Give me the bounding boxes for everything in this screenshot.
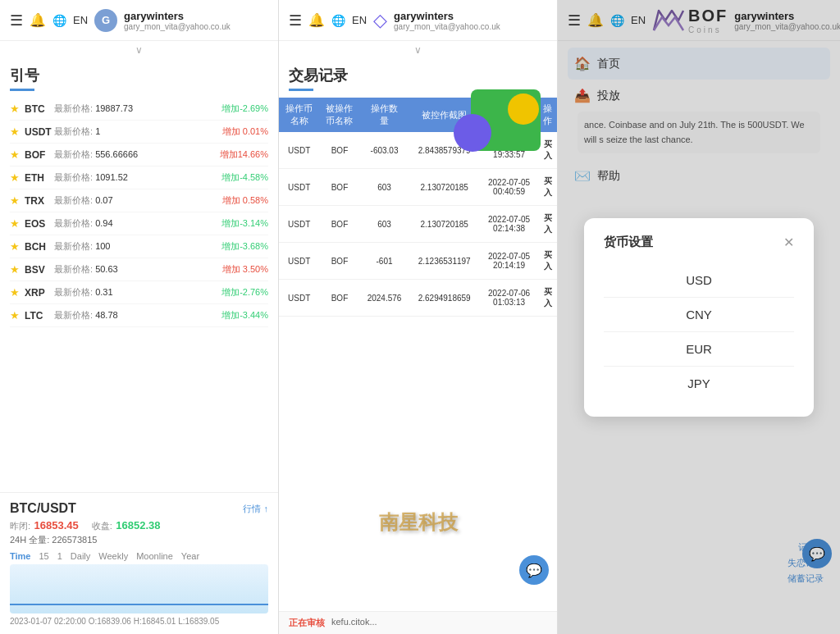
quote-name: EOS bbox=[25, 218, 54, 230]
time-tab[interactable]: Weekly bbox=[98, 551, 128, 561]
notice-text: kefu.citok... bbox=[331, 617, 377, 629]
chart-placeholder bbox=[10, 564, 268, 613]
trade-target-coin: BOF bbox=[319, 280, 359, 317]
close-value: 16852.38 bbox=[116, 519, 160, 531]
market-tag[interactable]: 行情 ↑ bbox=[243, 503, 268, 515]
quote-row[interactable]: ★ BTC 最新价格: 19887.73 增加-2.69% bbox=[10, 98, 268, 121]
quotes-panel: ☰ 🔔 🌐 EN G garywinters gary_mon_vita@yah… bbox=[0, 0, 279, 634]
trade-time: 2022-07-05 20:14:19 bbox=[480, 243, 538, 280]
quote-name: TRX bbox=[25, 195, 54, 207]
globe-icon[interactable]: 🌐 bbox=[52, 14, 66, 27]
quotes-list: ∨ 引号 ★ BTC 最新价格: 19887.73 增加-2.69% ★ USD… bbox=[0, 41, 278, 492]
quote-row[interactable]: ★ BOF 最新价格: 556.66666 增加14.66% bbox=[10, 144, 268, 166]
user-email: gary_mon_vita@yahoo.co.uk bbox=[124, 22, 231, 31]
table-row[interactable]: USDT BOF -601 2.1236531197 2022-07-05 20… bbox=[279, 243, 557, 280]
panel2-chevron: ∨ bbox=[279, 41, 557, 59]
panel2-chat-fab[interactable]: 💬 bbox=[519, 555, 549, 585]
panel2-globe-icon[interactable]: 🌐 bbox=[331, 14, 345, 27]
star-icon: ★ bbox=[10, 309, 20, 322]
close-label: 收盘: bbox=[92, 521, 112, 531]
time-tab[interactable]: Year bbox=[181, 551, 199, 561]
modal-overlay[interactable]: 货币设置 ✕ USD CNY EUR JPY bbox=[558, 0, 840, 634]
star-icon: ★ bbox=[10, 217, 20, 230]
panel2-email: gary_mon_vita@yahoo.co.uk bbox=[394, 22, 500, 31]
trading-pair: BTC/USDT bbox=[10, 501, 76, 516]
bell-icon[interactable]: 🔔 bbox=[30, 12, 46, 28]
star-icon: ★ bbox=[10, 286, 20, 299]
trade-amount: 603 bbox=[360, 169, 409, 206]
panel2-menu-icon[interactable]: ☰ bbox=[289, 11, 302, 30]
trade-screenshot: 2.1236531197 bbox=[409, 243, 480, 280]
currency-option-usd[interactable]: USD bbox=[604, 263, 794, 298]
star-icon: ★ bbox=[10, 263, 20, 276]
col-header-amount: 操作数量 bbox=[360, 98, 409, 132]
currency-modal: 货币设置 ✕ USD CNY EUR JPY bbox=[584, 218, 814, 417]
quote-row[interactable]: ★ ETH 最新价格: 1091.52 增加-4.58% bbox=[10, 166, 268, 189]
trade-time: 2022-07-05 02:14:38 bbox=[480, 206, 538, 243]
volume-row: 24H 全量: 226573815 bbox=[10, 534, 268, 546]
language-selector[interactable]: EN bbox=[73, 14, 88, 26]
chevron-down-icon: ∨ bbox=[10, 41, 268, 59]
quote-name: LTC bbox=[25, 310, 54, 322]
table-row[interactable]: USDT BOF 2024.576 2.6294918659 2022-07-0… bbox=[279, 280, 557, 317]
modal-title: 货币设置 bbox=[604, 235, 653, 250]
open-value: 16853.45 bbox=[34, 519, 79, 531]
panel2-language[interactable]: EN bbox=[352, 14, 367, 26]
quote-change: 增加-2.69% bbox=[221, 103, 268, 115]
currency-option-jpy[interactable]: JPY bbox=[604, 367, 794, 400]
bof-panel: ☰ 🔔 🌐 EN BOF Coins garywinters gary_mon_… bbox=[558, 0, 840, 634]
col-header-action: 操作 bbox=[538, 98, 557, 132]
quotes-container: ★ BTC 最新价格: 19887.73 增加-2.69% ★ USDT 最新价… bbox=[10, 98, 268, 327]
panel2-header: ☰ 🔔 🌐 EN ◇ garywinters gary_mon_vita@yah… bbox=[279, 0, 557, 41]
time-tab[interactable]: Daily bbox=[71, 551, 90, 561]
trade-screenshot: 2.130720185 bbox=[409, 169, 480, 206]
time-tab[interactable]: Moonline bbox=[136, 551, 173, 561]
quote-row[interactable]: ★ BCH 最新价格: 100 增加-3.68% bbox=[10, 235, 268, 258]
modal-header: 货币设置 ✕ bbox=[604, 235, 794, 250]
quote-row[interactable]: ★ USDT 最新价格: 1 增加 0.01% bbox=[10, 121, 268, 144]
currency-option-cny[interactable]: CNY bbox=[604, 298, 794, 332]
quote-change: 增加-2.76% bbox=[221, 286, 268, 299]
currency-option-eur[interactable]: EUR bbox=[604, 332, 794, 367]
quote-name: BCH bbox=[25, 241, 54, 253]
trade-op-coin: USDT bbox=[279, 206, 319, 243]
trade-screenshot: 2.6294918659 bbox=[409, 280, 480, 317]
chart-data: 2023-01-07 02:20:00 O:16839.06 H:16845.0… bbox=[10, 617, 268, 626]
trade-action: 买 入 bbox=[538, 280, 557, 317]
watermark: 南星科技 bbox=[379, 509, 458, 536]
quote-change: 增加-3.44% bbox=[221, 309, 268, 322]
quote-name: BSV bbox=[25, 264, 54, 276]
quote-name: BTC bbox=[25, 103, 54, 115]
trade-op-coin: USDT bbox=[279, 132, 319, 169]
quote-row[interactable]: ★ TRX 最新价格: 0.07 增加 0.58% bbox=[10, 189, 268, 212]
trade-amount: 603 bbox=[360, 206, 409, 243]
trade-rows: USDT BOF -603.03 2.8438579379 2022-07-03… bbox=[279, 132, 557, 317]
quote-change: 增加14.66% bbox=[220, 148, 268, 161]
time-tab[interactable]: 15 bbox=[39, 551, 48, 561]
modal-close-button[interactable]: ✕ bbox=[783, 235, 794, 250]
table-row[interactable]: USDT BOF 603 2.130720185 2022-07-05 02:1… bbox=[279, 206, 557, 243]
quote-name: USDT bbox=[25, 126, 54, 138]
quote-change: 增加 0.01% bbox=[222, 125, 268, 138]
quote-change: 增加-4.58% bbox=[221, 171, 268, 184]
trade-time: 2022-07-05 00:40:59 bbox=[480, 169, 538, 206]
trade-action: 买 入 bbox=[538, 169, 557, 206]
trade-target-coin: BOF bbox=[319, 206, 359, 243]
notice-label: 正在审核 bbox=[289, 617, 325, 629]
open-label: 昨闭: bbox=[10, 521, 30, 531]
trade-panel: ☰ 🔔 🌐 EN ◇ garywinters gary_mon_vita@yah… bbox=[279, 0, 558, 634]
quote-row[interactable]: ★ BSV 最新价格: 50.63 增加 3.50% bbox=[10, 258, 268, 281]
menu-icon[interactable]: ☰ bbox=[10, 11, 23, 30]
trade-table-wrapper: 操作币名称 被操作币名称 操作数量 被控作截图 时间 操作 USDT BOF -… bbox=[279, 98, 557, 634]
trade-op-coin: USDT bbox=[279, 280, 319, 317]
time-tab[interactable]: Time bbox=[10, 551, 30, 561]
trade-amount: 2024.576 bbox=[360, 280, 409, 317]
quote-name: ETH bbox=[25, 172, 54, 184]
panel2-bell-icon[interactable]: 🔔 bbox=[308, 12, 325, 28]
table-row[interactable]: USDT BOF 603 2.130720185 2022-07-05 00:4… bbox=[279, 169, 557, 206]
quote-row[interactable]: ★ XRP 最新价格: 0.31 增加-2.76% bbox=[10, 281, 268, 304]
quote-row[interactable]: ★ EOS 最新价格: 0.94 增加-3.14% bbox=[10, 212, 268, 235]
time-tab[interactable]: 1 bbox=[57, 551, 62, 561]
quote-row[interactable]: ★ LTC 最新价格: 48.78 增加-3.44% bbox=[10, 304, 268, 327]
avatar[interactable]: G bbox=[94, 9, 117, 32]
